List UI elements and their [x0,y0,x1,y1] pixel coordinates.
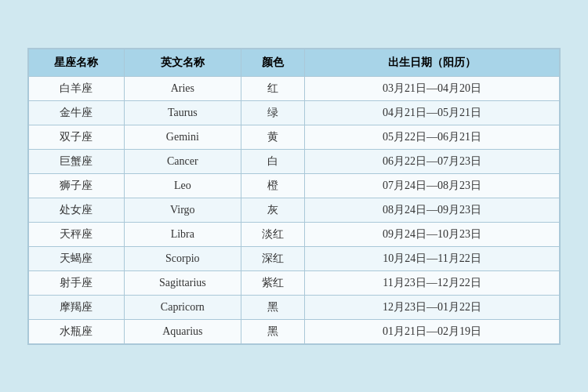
cell-zh-name: 射手座 [29,270,125,295]
cell-date: 10月24日—11月22日 [305,246,560,270]
zodiac-table: 星座名称 英文名称 颜色 出生日期（阳历） 白羊座Aries红03月21日—04… [28,49,560,344]
cell-color: 红 [241,76,304,100]
cell-date: 11月23日—12月22日 [305,270,560,295]
table-row: 天蝎座Scorpio深红10月24日—11月22日 [29,246,560,270]
header-date: 出生日期（阳历） [305,49,560,76]
cell-color: 紫红 [241,270,304,295]
table-row: 金牛座Taurus绿04月21日—05月21日 [29,100,560,125]
cell-zh-name: 处女座 [29,198,125,222]
cell-date: 04月21日—05月21日 [305,100,560,125]
cell-en-name: Leo [124,173,241,198]
cell-date: 06月22日—07月23日 [305,149,560,173]
cell-date: 03月21日—04月20日 [305,76,560,100]
cell-color: 白 [241,149,304,173]
table-row: 处女座Virgo灰08月24日—09月23日 [29,198,560,222]
zodiac-table-wrapper: 星座名称 英文名称 颜色 出生日期（阳历） 白羊座Aries红03月21日—04… [27,48,561,345]
cell-en-name: Aquarius [124,319,241,343]
cell-date: 09月24日—10月23日 [305,222,560,246]
cell-en-name: Scorpio [124,246,241,270]
cell-date: 08月24日—09月23日 [305,198,560,222]
cell-zh-name: 天蝎座 [29,246,125,270]
cell-zh-name: 摩羯座 [29,295,125,319]
header-zh-name: 星座名称 [29,49,125,76]
cell-zh-name: 水瓶座 [29,319,125,343]
table-row: 射手座Sagittarius紫红11月23日—12月22日 [29,270,560,295]
table-row: 天秤座Libra淡红09月24日—10月23日 [29,222,560,246]
cell-color: 黄 [241,125,304,149]
cell-color: 深红 [241,246,304,270]
cell-color: 绿 [241,100,304,125]
cell-date: 12月23日—01月22日 [305,295,560,319]
cell-en-name: Aries [124,76,241,100]
cell-date: 01月21日—02月19日 [305,319,560,343]
cell-en-name: Virgo [124,198,241,222]
cell-color: 淡红 [241,222,304,246]
cell-en-name: Taurus [124,100,241,125]
table-row: 水瓶座Aquarius黑01月21日—02月19日 [29,319,560,343]
cell-en-name: Gemini [124,125,241,149]
cell-en-name: Cancer [124,149,241,173]
cell-date: 05月22日—06月21日 [305,125,560,149]
cell-en-name: Capricorn [124,295,241,319]
cell-color: 黑 [241,319,304,343]
header-en-name: 英文名称 [124,49,241,76]
cell-zh-name: 白羊座 [29,76,125,100]
table-row: 白羊座Aries红03月21日—04月20日 [29,76,560,100]
table-row: 摩羯座Capricorn黑12月23日—01月22日 [29,295,560,319]
table-row: 狮子座Leo橙07月24日—08月23日 [29,173,560,198]
cell-zh-name: 双子座 [29,125,125,149]
cell-color: 橙 [241,173,304,198]
cell-color: 灰 [241,198,304,222]
header-color: 颜色 [241,49,304,76]
cell-date: 07月24日—08月23日 [305,173,560,198]
table-row: 巨蟹座Cancer白06月22日—07月23日 [29,149,560,173]
table-row: 双子座Gemini黄05月22日—06月21日 [29,125,560,149]
cell-color: 黑 [241,295,304,319]
cell-en-name: Sagittarius [124,270,241,295]
cell-zh-name: 金牛座 [29,100,125,125]
table-header-row: 星座名称 英文名称 颜色 出生日期（阳历） [29,49,560,76]
cell-en-name: Libra [124,222,241,246]
cell-zh-name: 狮子座 [29,173,125,198]
cell-zh-name: 巨蟹座 [29,149,125,173]
cell-zh-name: 天秤座 [29,222,125,246]
